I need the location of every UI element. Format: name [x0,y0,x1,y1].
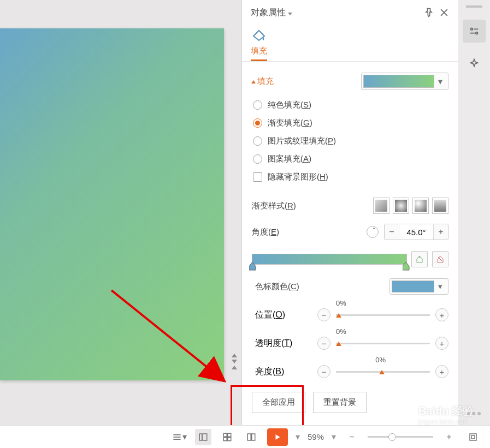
view-normal-button[interactable] [195,429,211,445]
radio-icon [253,118,262,128]
fit-icon [468,432,478,442]
gradient-preset-path[interactable] [432,198,448,214]
stop-color-picker[interactable]: ▾ [389,278,448,295]
outline-menu-button[interactable]: ▾ [171,429,187,445]
svg-rect-18 [470,434,476,440]
gradient-style-label: 渐变样式(R) [252,201,373,211]
radio-label: 渐变填充(G) [268,118,312,128]
transparency-slider[interactable]: 0% [336,335,430,351]
transparency-decrement[interactable]: − [317,337,330,350]
angle-decrement[interactable]: − [385,224,399,240]
view-normal-icon [198,432,208,442]
side-rail [458,0,490,448]
apply-all-button[interactable]: 全部应用 [252,392,305,413]
brightness-slider[interactable]: 0% [336,363,430,380]
radio-label: 图片或纹理填充(P) [268,136,336,146]
radio-gradient-fill[interactable]: 渐变填充(G) [253,118,448,128]
gradient-preset-linear[interactable] [373,198,389,214]
brightness-label: 亮度(B) [252,366,312,378]
zoom-out-button[interactable]: − [344,429,360,445]
chevron-down-icon: ▾ [434,282,446,291]
zoom-caret[interactable]: ▾ [332,432,336,442]
zoom-value[interactable]: 59% [308,432,324,441]
transparency-label: 透明度(T) [252,338,312,349]
position-decrement[interactable]: − [317,308,330,321]
position-value: 0% [336,299,346,307]
radio-label: 图案填充(A) [268,154,311,164]
sparkle-icon [468,58,480,70]
more-icon[interactable]: ••• [467,407,482,421]
transparency-increment[interactable]: + [435,337,448,350]
zoom-slider[interactable] [368,436,433,438]
gradient-preset-radial[interactable] [393,198,409,214]
fill-swatch-preview [363,75,434,88]
scroll-up-icon[interactable] [232,354,237,357]
svg-rect-16 [223,437,227,440]
object-properties-panel: 对象属性 填充 填充 ▾ [241,0,458,431]
angle-dial[interactable] [367,226,379,238]
tab-fill-label: 填充 [251,46,267,56]
position-slider[interactable]: 0% [336,307,430,323]
svg-rect-19 [471,435,475,439]
reset-background-button[interactable]: 重置背景 [313,392,367,413]
tab-fill[interactable]: 填充 [251,28,267,61]
slide-preview[interactable] [0,28,224,380]
brightness-increment[interactable]: + [435,365,448,378]
svg-rect-14 [223,433,227,437]
gradient-stops-track[interactable] [252,254,407,265]
remove-stop-icon [436,255,445,264]
view-reading-button[interactable] [243,429,259,445]
pin-icon[interactable] [423,7,434,18]
add-stop-button[interactable]: + [411,251,428,267]
view-grid-icon [222,432,232,442]
rail-drag-handle[interactable] [466,5,482,8]
section-title[interactable]: 填充 [252,76,274,87]
gradient-stop-2[interactable] [403,262,410,271]
transparency-value: 0% [336,327,346,336]
radio-icon [253,154,262,164]
radio-picture-fill[interactable]: 图片或纹理填充(P) [253,136,448,146]
slideshow-button[interactable] [267,428,288,446]
fit-window-button[interactable] [465,429,481,445]
gradient-preset-rect[interactable] [412,198,429,214]
view-sorter-button[interactable] [219,429,235,445]
checkbox-icon [253,172,262,182]
angle-input[interactable] [399,224,434,240]
radio-icon [253,100,262,110]
paint-bucket-icon [251,28,267,43]
angle-spinner: − + [384,224,448,240]
sliders-icon [468,25,480,37]
close-icon[interactable] [439,7,450,18]
slideshow-caret[interactable]: ▾ [296,432,300,442]
zoom-in-button[interactable]: + [441,429,457,445]
position-label: 位置(O) [252,309,312,321]
remove-stop-button[interactable] [432,251,448,267]
radio-pattern-fill[interactable]: 图案填充(A) [253,154,448,164]
fill-swatch-dropdown[interactable]: ▾ [361,73,448,90]
play-icon [274,433,281,441]
chevron-down-icon: ▾ [434,76,446,87]
rail-ai-button[interactable] [463,52,486,75]
gradient-stop-1[interactable] [249,262,256,271]
radio-solid-fill[interactable]: 纯色填充(S) [253,100,448,110]
angle-label: 角度(E) [252,227,367,237]
angle-increment[interactable]: + [434,224,448,240]
panel-title[interactable]: 对象属性 [251,7,419,19]
stop-color-label: 色标颜色(C) [252,282,389,292]
book-icon [246,432,256,442]
checkbox-hide-bg[interactable]: 隐藏背景图形(H) [253,172,448,182]
canvas-gutter [227,0,241,431]
brightness-value: 0% [375,356,386,364]
svg-rect-17 [228,437,231,440]
rail-settings-button[interactable] [463,20,486,43]
scroll-down-icon[interactable] [232,360,237,363]
svg-point-5 [471,28,473,31]
svg-rect-13 [203,434,207,440]
position-increment[interactable]: + [435,308,448,321]
radio-label: 纯色填充(S) [268,100,311,110]
list-icon [172,432,182,443]
checkbox-label: 隐藏背景图形(H) [268,172,328,182]
scroll-up2-icon[interactable] [232,366,237,369]
stop-color-chip [392,280,434,292]
brightness-decrement[interactable]: − [317,365,330,378]
